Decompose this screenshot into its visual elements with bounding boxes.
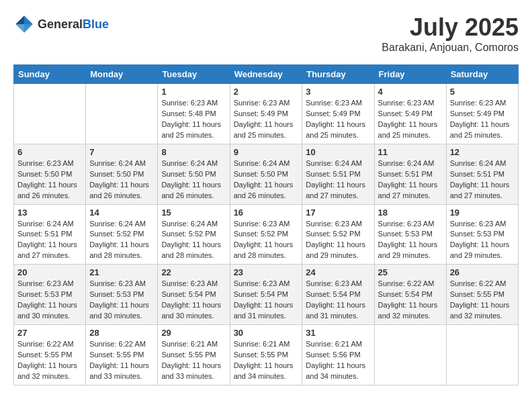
day-info: Sunrise: 6:23 AM Sunset: 5:53 PM Dayligh…: [17, 279, 82, 322]
day-number: 21: [89, 267, 154, 277]
day-info: Sunrise: 6:21 AM Sunset: 5:55 PM Dayligh…: [234, 339, 299, 382]
day-number: 26: [450, 267, 515, 277]
day-info: Sunrise: 6:24 AM Sunset: 5:50 PM Dayligh…: [234, 158, 299, 201]
svg-marker-3: [24, 24, 33, 33]
day-info: Sunrise: 6:24 AM Sunset: 5:50 PM Dayligh…: [89, 158, 154, 201]
day-number: 6: [17, 147, 82, 157]
calendar-cell: 27Sunrise: 6:22 AM Sunset: 5:55 PM Dayli…: [14, 325, 86, 385]
calendar-cell: 20Sunrise: 6:23 AM Sunset: 5:53 PM Dayli…: [14, 265, 86, 325]
day-info: Sunrise: 6:23 AM Sunset: 5:53 PM Dayligh…: [450, 219, 515, 262]
day-number: 27: [17, 328, 82, 338]
day-number: 15: [161, 208, 226, 218]
calendar-cell: [374, 325, 446, 385]
day-number: 2: [234, 87, 299, 97]
calendar-cell: 30Sunrise: 6:21 AM Sunset: 5:55 PM Dayli…: [230, 325, 302, 385]
weekday-header-monday: Monday: [86, 65, 158, 84]
calendar-week-row: 20Sunrise: 6:23 AM Sunset: 5:53 PM Dayli…: [14, 265, 519, 325]
calendar-cell: [86, 84, 158, 144]
day-number: 5: [450, 87, 515, 97]
calendar-cell: 10Sunrise: 6:24 AM Sunset: 5:51 PM Dayli…: [302, 144, 374, 204]
calendar-cell: 23Sunrise: 6:23 AM Sunset: 5:54 PM Dayli…: [230, 265, 302, 325]
calendar-cell: 31Sunrise: 6:21 AM Sunset: 5:56 PM Dayli…: [302, 325, 374, 385]
calendar-cell: [446, 325, 518, 385]
day-number: 28: [89, 328, 154, 338]
day-info: Sunrise: 6:23 AM Sunset: 5:50 PM Dayligh…: [17, 158, 82, 201]
day-info: Sunrise: 6:23 AM Sunset: 5:53 PM Dayligh…: [378, 219, 443, 262]
calendar-cell: 8Sunrise: 6:24 AM Sunset: 5:50 PM Daylig…: [158, 144, 230, 204]
logo: GeneralBlue: [13, 13, 109, 35]
day-info: Sunrise: 6:23 AM Sunset: 5:49 PM Dayligh…: [306, 98, 370, 141]
day-info: Sunrise: 6:23 AM Sunset: 5:54 PM Dayligh…: [234, 279, 299, 322]
day-number: 19: [450, 208, 515, 218]
calendar-cell: 14Sunrise: 6:24 AM Sunset: 5:52 PM Dayli…: [86, 204, 158, 265]
day-info: Sunrise: 6:23 AM Sunset: 5:52 PM Dayligh…: [234, 219, 299, 262]
weekday-header-tuesday: Tuesday: [158, 65, 230, 84]
day-info: Sunrise: 6:24 AM Sunset: 5:51 PM Dayligh…: [17, 219, 82, 262]
day-number: 9: [234, 147, 299, 157]
day-number: 3: [306, 87, 370, 97]
calendar-cell: 4Sunrise: 6:23 AM Sunset: 5:49 PM Daylig…: [374, 84, 446, 144]
calendar-cell: 21Sunrise: 6:23 AM Sunset: 5:53 PM Dayli…: [86, 265, 158, 325]
calendar-cell: 25Sunrise: 6:22 AM Sunset: 5:54 PM Dayli…: [374, 265, 446, 325]
page-header: GeneralBlue July 2025 Barakani, Anjouan,…: [13, 13, 519, 54]
calendar-cell: 5Sunrise: 6:23 AM Sunset: 5:49 PM Daylig…: [446, 84, 518, 144]
weekday-header-saturday: Saturday: [446, 65, 518, 84]
day-number: 24: [306, 267, 370, 277]
day-info: Sunrise: 6:24 AM Sunset: 5:50 PM Dayligh…: [161, 158, 226, 201]
calendar-cell: [14, 84, 86, 144]
day-number: 14: [89, 208, 154, 218]
calendar-table: SundayMondayTuesdayWednesdayThursdayFrid…: [13, 64, 519, 385]
calendar-cell: 22Sunrise: 6:23 AM Sunset: 5:54 PM Dayli…: [158, 265, 230, 325]
page-title: July 2025: [382, 13, 519, 42]
day-info: Sunrise: 6:22 AM Sunset: 5:55 PM Dayligh…: [450, 279, 515, 322]
day-number: 11: [378, 147, 443, 157]
calendar-cell: 24Sunrise: 6:23 AM Sunset: 5:54 PM Dayli…: [302, 265, 374, 325]
calendar-cell: 1Sunrise: 6:23 AM Sunset: 5:48 PM Daylig…: [158, 84, 230, 144]
day-info: Sunrise: 6:23 AM Sunset: 5:49 PM Dayligh…: [450, 98, 515, 141]
day-info: Sunrise: 6:23 AM Sunset: 5:48 PM Dayligh…: [161, 98, 226, 141]
calendar-week-row: 27Sunrise: 6:22 AM Sunset: 5:55 PM Dayli…: [14, 325, 519, 385]
logo-icon: [13, 13, 35, 35]
day-number: 29: [161, 328, 226, 338]
day-info: Sunrise: 6:23 AM Sunset: 5:49 PM Dayligh…: [234, 98, 299, 141]
weekday-header-wednesday: Wednesday: [230, 65, 302, 84]
day-info: Sunrise: 6:24 AM Sunset: 5:51 PM Dayligh…: [450, 158, 515, 201]
weekday-header-friday: Friday: [374, 65, 446, 84]
calendar-cell: 18Sunrise: 6:23 AM Sunset: 5:53 PM Dayli…: [374, 204, 446, 265]
day-info: Sunrise: 6:21 AM Sunset: 5:56 PM Dayligh…: [306, 339, 370, 382]
day-info: Sunrise: 6:22 AM Sunset: 5:54 PM Dayligh…: [378, 279, 443, 322]
calendar-cell: 19Sunrise: 6:23 AM Sunset: 5:53 PM Dayli…: [446, 204, 518, 265]
day-number: 17: [306, 208, 370, 218]
svg-marker-0: [24, 15, 33, 24]
day-info: Sunrise: 6:22 AM Sunset: 5:55 PM Dayligh…: [89, 339, 154, 382]
title-block: July 2025 Barakani, Anjouan, Comoros: [382, 13, 519, 54]
calendar-cell: 26Sunrise: 6:22 AM Sunset: 5:55 PM Dayli…: [446, 265, 518, 325]
weekday-header-sunday: Sunday: [14, 65, 86, 84]
calendar-cell: 12Sunrise: 6:24 AM Sunset: 5:51 PM Dayli…: [446, 144, 518, 204]
day-number: 1: [161, 87, 226, 97]
calendar-cell: 3Sunrise: 6:23 AM Sunset: 5:49 PM Daylig…: [302, 84, 374, 144]
calendar-cell: 11Sunrise: 6:24 AM Sunset: 5:51 PM Dayli…: [374, 144, 446, 204]
day-info: Sunrise: 6:21 AM Sunset: 5:55 PM Dayligh…: [161, 339, 226, 382]
day-number: 10: [306, 147, 370, 157]
logo-general: General: [38, 17, 83, 31]
day-number: 30: [234, 328, 299, 338]
day-info: Sunrise: 6:24 AM Sunset: 5:51 PM Dayligh…: [378, 158, 443, 201]
svg-marker-2: [15, 24, 24, 33]
calendar-cell: 9Sunrise: 6:24 AM Sunset: 5:50 PM Daylig…: [230, 144, 302, 204]
day-info: Sunrise: 6:24 AM Sunset: 5:52 PM Dayligh…: [161, 219, 226, 262]
day-info: Sunrise: 6:23 AM Sunset: 5:52 PM Dayligh…: [306, 219, 370, 262]
day-info: Sunrise: 6:23 AM Sunset: 5:49 PM Dayligh…: [378, 98, 443, 141]
day-number: 18: [378, 208, 443, 218]
day-number: 20: [17, 267, 82, 277]
calendar-cell: 13Sunrise: 6:24 AM Sunset: 5:51 PM Dayli…: [14, 204, 86, 265]
day-info: Sunrise: 6:24 AM Sunset: 5:52 PM Dayligh…: [89, 219, 154, 262]
calendar-week-row: 6Sunrise: 6:23 AM Sunset: 5:50 PM Daylig…: [14, 144, 519, 204]
calendar-week-row: 1Sunrise: 6:23 AM Sunset: 5:48 PM Daylig…: [14, 84, 519, 144]
logo-blue: Blue: [83, 17, 109, 31]
calendar-cell: 29Sunrise: 6:21 AM Sunset: 5:55 PM Dayli…: [158, 325, 230, 385]
calendar-cell: 17Sunrise: 6:23 AM Sunset: 5:52 PM Dayli…: [302, 204, 374, 265]
calendar-cell: 15Sunrise: 6:24 AM Sunset: 5:52 PM Dayli…: [158, 204, 230, 265]
weekday-header-thursday: Thursday: [302, 65, 374, 84]
calendar-cell: 16Sunrise: 6:23 AM Sunset: 5:52 PM Dayli…: [230, 204, 302, 265]
